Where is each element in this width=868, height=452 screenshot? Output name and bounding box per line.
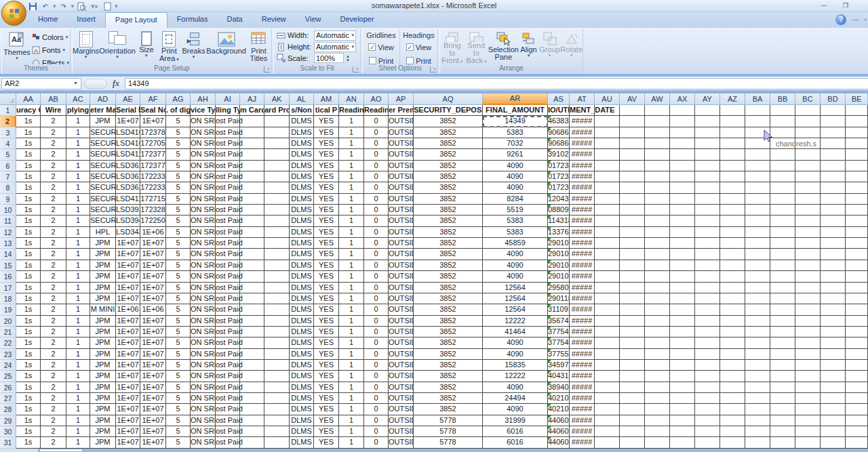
cell-BD11[interactable] — [821, 215, 846, 226]
cell-AS14[interactable]: 290106 — [548, 249, 570, 260]
cell-BB17[interactable] — [770, 283, 795, 293]
row-header-10[interactable]: 10 — [0, 205, 16, 215]
cell-AP25[interactable]: OUTSIDE — [389, 371, 414, 382]
cell-AN4[interactable]: 1 — [339, 138, 364, 149]
cell-AK29[interactable] — [264, 415, 290, 426]
cell-AC6[interactable]: 1 — [66, 161, 90, 171]
cell-AT1[interactable]: MENT_DATE — [570, 105, 595, 116]
cell-AX14[interactable] — [670, 249, 695, 260]
cell-AP27[interactable]: OUTSIDE — [389, 393, 414, 404]
cell-BD16[interactable] — [821, 271, 846, 282]
cell-AG18[interactable]: 5 — [166, 293, 191, 304]
cell-AF10[interactable]: 172328 — [140, 205, 166, 215]
cell-AP2[interactable]: OUTSIDE — [389, 116, 414, 127]
cell-BB28[interactable] — [770, 404, 795, 415]
cell-AX5[interactable] — [670, 149, 695, 160]
row-header-23[interactable]: 23 — [0, 349, 16, 360]
ribbon-tab-home[interactable]: Home — [28, 12, 67, 28]
cell-AY25[interactable] — [695, 371, 720, 382]
cell-AK14[interactable] — [264, 249, 290, 260]
cell-AL16[interactable]: DLMS — [290, 271, 314, 282]
cell-AE8[interactable]: LSD362 — [116, 182, 140, 193]
cell-AH20[interactable]: ON SRB — [191, 316, 216, 327]
cell-AX17[interactable] — [670, 283, 695, 293]
cell-AH6[interactable]: ON SRB — [191, 161, 216, 171]
cell-AN18[interactable]: 1 — [339, 293, 364, 304]
cell-AE6[interactable]: LSD362 — [116, 161, 140, 171]
cell-AQ3[interactable]: 3852 — [414, 127, 483, 138]
cell-AV21[interactable] — [620, 327, 645, 337]
cell-AH31[interactable]: ON SRB — [191, 437, 216, 448]
cell-AD29[interactable]: JPM — [90, 415, 116, 426]
cell-AX29[interactable] — [670, 415, 695, 426]
cell-AW21[interactable] — [645, 327, 670, 337]
cell-BC18[interactable] — [795, 293, 821, 304]
cell-AM27[interactable]: YES — [314, 393, 339, 404]
cell-AO4[interactable]: 0 — [364, 138, 389, 149]
cell-AL2[interactable]: DLMS — [290, 116, 314, 127]
sheet-tab[interactable] — [39, 449, 83, 452]
cell-AW28[interactable] — [645, 404, 670, 415]
cell-BA12[interactable] — [745, 227, 770, 238]
cell-BA10[interactable] — [745, 205, 770, 215]
cell-BE8[interactable] — [846, 182, 868, 193]
cell-AN16[interactable]: 1 — [339, 271, 364, 282]
cell-AG24[interactable]: 5 — [166, 360, 191, 371]
cell-AA17[interactable]: 1s — [16, 283, 41, 293]
cell-AJ20[interactable] — [240, 316, 264, 327]
cell-AH24[interactable]: ON SRB — [191, 360, 216, 371]
ribbon-tab-data[interactable]: Data — [217, 12, 252, 28]
orientation-button[interactable]: Orientation ▾ — [99, 29, 136, 64]
select-all-button[interactable] — [0, 94, 16, 105]
cell-AU7[interactable] — [595, 171, 620, 182]
cell-BA19[interactable] — [745, 304, 770, 315]
cell-AI27[interactable]: ost Paid — [216, 393, 240, 404]
cell-AR19[interactable]: 12564 — [483, 304, 548, 315]
cell-AZ14[interactable] — [720, 249, 745, 260]
cell-BE25[interactable] — [846, 371, 868, 382]
cell-AF11[interactable]: 172250 — [140, 215, 166, 226]
cell-BC3[interactable] — [795, 127, 821, 138]
cell-AY31[interactable] — [695, 437, 720, 448]
column-header-AV[interactable]: AV — [620, 94, 645, 105]
cell-BA31[interactable] — [745, 437, 770, 448]
cell-AX19[interactable] — [670, 304, 695, 315]
cell-AL22[interactable]: DLMS — [290, 337, 314, 348]
cell-AD11[interactable]: SECURE — [90, 215, 116, 226]
cell-AO31[interactable]: 0 — [364, 437, 389, 448]
cell-AL12[interactable]: DLMS — [290, 227, 314, 238]
cell-BD30[interactable] — [821, 426, 846, 437]
cell-AJ3[interactable] — [240, 127, 264, 138]
cell-AN12[interactable]: 1 — [339, 227, 364, 238]
cell-AM25[interactable]: YES — [314, 371, 339, 382]
cell-AN26[interactable]: 1 — [339, 382, 364, 393]
cell-AT15[interactable]: ##### — [570, 260, 595, 271]
cell-AS28[interactable]: 402105 — [548, 404, 570, 415]
cell-AH25[interactable]: ON SRB — [191, 371, 216, 382]
cell-AR20[interactable]: 12222 — [483, 316, 548, 327]
cell-AZ4[interactable] — [720, 138, 745, 149]
cell-AN11[interactable]: 1 — [339, 215, 364, 226]
cell-AL6[interactable]: DLMS — [290, 161, 314, 171]
cell-AQ25[interactable]: 3852 — [414, 371, 483, 382]
cell-AL5[interactable]: DLMS — [290, 149, 314, 160]
cell-AB4[interactable]: 2 — [41, 138, 66, 149]
cell-AT14[interactable]: ##### — [570, 249, 595, 260]
column-header-BC[interactable]: BC — [795, 94, 821, 105]
cell-AV31[interactable] — [620, 437, 645, 448]
cell-BA28[interactable] — [745, 404, 770, 415]
cell-BC1[interactable] — [795, 105, 821, 116]
cell-AP24[interactable]: OUTSIDE — [389, 360, 414, 371]
cell-AU6[interactable] — [595, 161, 620, 171]
cell-AG20[interactable]: 5 — [166, 316, 191, 327]
column-header-AD[interactable]: AD — [90, 94, 116, 105]
cell-AK17[interactable] — [264, 283, 290, 293]
gridlines-view-checkbox[interactable]: ✓View — [368, 41, 394, 53]
cell-AO2[interactable]: 0 — [364, 116, 389, 127]
cell-AP8[interactable]: OUTSIDE — [389, 182, 414, 193]
cell-AS20[interactable]: 356741 — [548, 316, 570, 327]
cell-BE14[interactable] — [846, 249, 868, 260]
cell-AT18[interactable]: ##### — [570, 293, 595, 304]
cell-BC28[interactable] — [795, 404, 821, 415]
cell-AJ17[interactable] — [240, 283, 264, 293]
